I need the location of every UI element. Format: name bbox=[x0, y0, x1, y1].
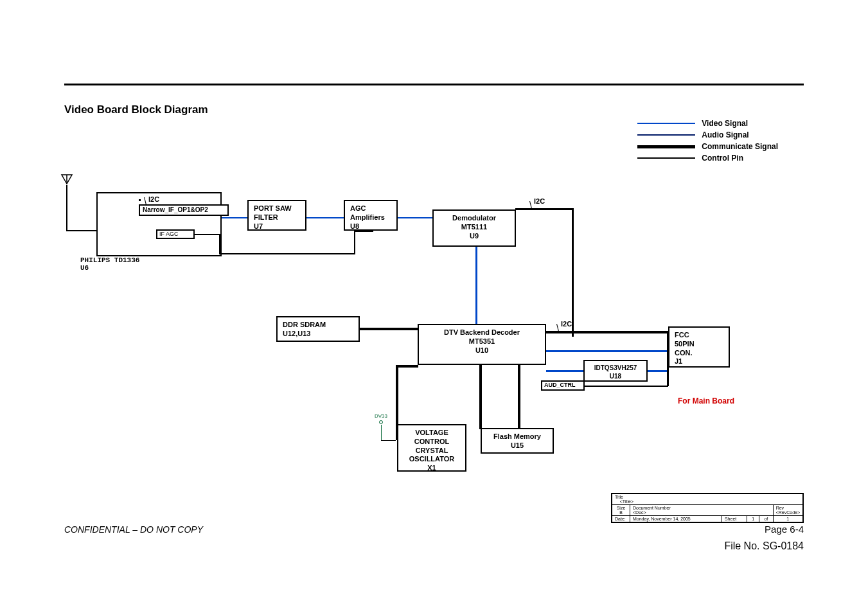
wire-ifagc5 bbox=[354, 231, 355, 254]
tb-sheet-label: Sheet bbox=[725, 517, 736, 521]
wire-dtv-fcc-top bbox=[546, 331, 668, 333]
wire-dtv-down-mid bbox=[479, 365, 482, 429]
wire-dtv-down-left-h bbox=[396, 365, 418, 368]
antenna-lead bbox=[66, 185, 67, 230]
wire-demod-i2c-v bbox=[572, 208, 574, 337]
tb-date-label: Date: bbox=[615, 517, 626, 521]
label-tuner: PHILIPS TD1336 U6 bbox=[80, 256, 139, 272]
wire-dv33 bbox=[381, 440, 396, 441]
label-narrow-if: Narrow_IF_OP1&OP2 bbox=[139, 204, 229, 216]
block-flash: Flash Memory U15 bbox=[481, 428, 554, 454]
block-idtqs: IDTQS3VH257 U18 bbox=[583, 360, 648, 382]
tb-rev-value: <RevCode> bbox=[776, 510, 800, 515]
wire-demod-dtv bbox=[475, 247, 477, 324]
tb-date-value: Monday, November 14, 2005 bbox=[633, 517, 691, 521]
footer-file-no: File No. SG-0184 bbox=[724, 540, 804, 552]
footer-page: Page 6-4 bbox=[765, 524, 804, 535]
wire-fcc-vert bbox=[667, 331, 669, 386]
footer-confidential: CONFIDENTIAL – DO NOT COPY bbox=[64, 524, 203, 535]
wire-dtv-fcc-blue bbox=[546, 350, 668, 352]
tb-title-label: Title bbox=[615, 495, 623, 499]
wire-idtqs-fcc bbox=[648, 370, 668, 372]
block-vco: VOLTAGE CONTROL CRYSTAL OSCILLATOR X1 bbox=[397, 424, 466, 472]
schematic-title-block: Title <Title> Size B Document Number <Do… bbox=[611, 493, 804, 523]
wire-ddr-dtv bbox=[360, 328, 418, 330]
tb-sheet-total: 1 bbox=[786, 517, 789, 521]
tb-sheet-cur: 1 bbox=[752, 517, 754, 521]
wire-i2c-tuner-stub bbox=[139, 199, 141, 201]
block-dtv: DTV Backend Decoder MT5351 U10 bbox=[418, 324, 546, 365]
wire-demod-i2c-h bbox=[515, 208, 573, 210]
tb-size-label: Size bbox=[617, 506, 626, 510]
dv33-node-icon bbox=[379, 420, 383, 424]
label-if-agc: IF AGC bbox=[156, 229, 195, 239]
slash-icon-3: \ bbox=[556, 324, 564, 332]
wire-tuner-saw bbox=[222, 217, 247, 218]
wire-audctrl bbox=[585, 386, 668, 387]
wire-ifagc6 bbox=[354, 231, 373, 232]
wire-antenna-tuner bbox=[66, 230, 96, 231]
wire-ifagc bbox=[195, 234, 220, 235]
label-for-main: For Main Board bbox=[678, 396, 734, 405]
tb-doc-label: Document Number bbox=[633, 506, 671, 510]
antenna-icon bbox=[60, 173, 73, 185]
wire-saw-agc bbox=[306, 217, 344, 218]
block-demod: Demodulator MT5111 U9 bbox=[432, 209, 516, 247]
tb-size-value: B bbox=[619, 510, 623, 515]
wire-dtv-down-right bbox=[518, 365, 520, 429]
block-ddr: DDR SDRAM U12,U13 bbox=[276, 316, 360, 342]
dv33-stem bbox=[381, 425, 382, 440]
tb-sheet-of: of bbox=[764, 517, 768, 521]
block-fcc: FCC 50PIN CON. J1 bbox=[668, 326, 730, 368]
wire-dtv-idtqs bbox=[546, 370, 583, 372]
tb-doc-value: <Doc> bbox=[633, 510, 646, 515]
label-dv33: DV33 bbox=[375, 413, 387, 419]
wire-ifagc4 bbox=[219, 253, 354, 254]
block-saw: PORT SAW FILTER U7 bbox=[247, 200, 306, 231]
tb-rev-label: Rev bbox=[776, 506, 784, 510]
tb-title-value: <Title> bbox=[620, 499, 633, 504]
block-agc: AGC Amplifiers U8 bbox=[344, 200, 398, 231]
slash-icon-2: \ bbox=[529, 202, 537, 209]
wire-ifagc3 bbox=[219, 234, 220, 253]
label-aud-ctrl: AUD_CTRL bbox=[541, 380, 585, 391]
wire-agc-demod bbox=[398, 217, 432, 218]
